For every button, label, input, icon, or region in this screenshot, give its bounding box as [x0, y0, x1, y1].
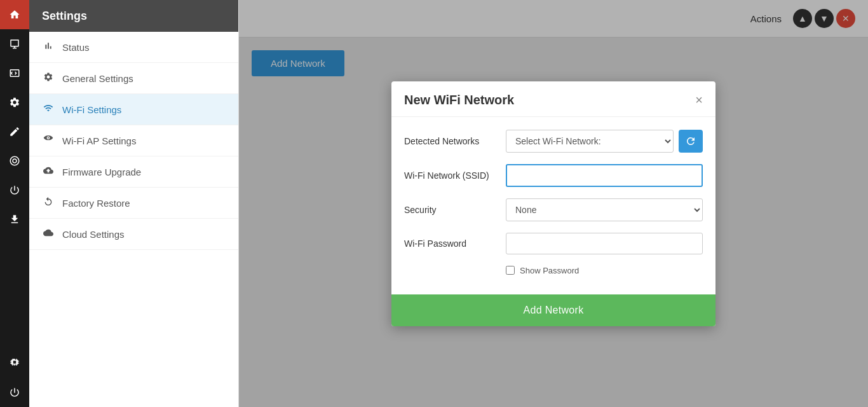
terminal-icon-btn[interactable] — [0, 59, 29, 88]
factory-restore-icon — [42, 197, 55, 209]
detected-networks-control: Select Wi-Fi Network: — [506, 130, 703, 153]
target-icon-btn[interactable] — [0, 146, 29, 176]
security-control: None WEP WPA WPA2 — [506, 198, 703, 221]
security-row: Security None WEP WPA WPA2 — [404, 198, 703, 221]
sidebar-item-factory-restore-label: Factory Restore — [62, 198, 130, 209]
detected-networks-row: Detected Networks Select Wi-Fi Network: — [404, 130, 703, 153]
sidebar-item-wifi-settings[interactable]: Wi-Fi Settings — [29, 94, 238, 125]
modal-header: New WiFi Network × — [391, 81, 715, 117]
password-row: Wi-Fi Password — [404, 233, 703, 254]
icon-bar — [0, 0, 29, 407]
security-label: Security — [404, 205, 506, 215]
wifi-ap-icon — [42, 134, 55, 147]
show-password-checkbox[interactable] — [506, 266, 515, 275]
modal-footer: Add Network — [391, 294, 715, 326]
password-label: Wi-Fi Password — [404, 238, 506, 249]
power-icon-btn[interactable] — [0, 176, 29, 205]
gear-icon-btn[interactable] — [0, 88, 29, 117]
home-icon-btn[interactable] — [0, 0, 29, 29]
edit-icon-btn[interactable] — [0, 117, 29, 146]
show-password-label[interactable]: Show Password — [520, 266, 579, 275]
password-input[interactable] — [506, 233, 703, 254]
monitor-icon-btn[interactable] — [0, 29, 29, 59]
sidebar-item-cloud-settings-label: Cloud Settings — [62, 229, 125, 240]
ssid-control — [506, 164, 703, 187]
status-icon — [42, 41, 55, 53]
ssid-row: Wi-Fi Network (SSID) — [404, 164, 703, 187]
sidebar-item-wifi-settings-label: Wi-Fi Settings — [62, 104, 121, 115]
sidebar-title: Settings — [29, 0, 238, 32]
sidebar-item-firmware-upgrade[interactable]: Firmware Upgrade — [29, 156, 238, 188]
ssid-label: Wi-Fi Network (SSID) — [404, 170, 506, 181]
password-control — [506, 233, 703, 254]
chip-icon-btn[interactable] — [0, 348, 29, 378]
sidebar-item-general-settings-label: General Settings — [62, 73, 133, 84]
ssid-input[interactable] — [506, 164, 703, 187]
cloud-settings-icon — [42, 228, 55, 240]
sidebar-item-wifi-ap-settings-label: Wi-Fi AP Settings — [62, 135, 136, 146]
sidebar: Settings Status General Settings Wi-Fi S… — [29, 0, 239, 407]
security-select[interactable]: None WEP WPA WPA2 — [506, 198, 703, 221]
sidebar-item-general-settings[interactable]: General Settings — [29, 63, 238, 94]
new-wifi-network-modal: New WiFi Network × Detected Networks Sel… — [391, 81, 715, 326]
general-settings-icon — [42, 72, 55, 85]
detected-networks-select[interactable]: Select Wi-Fi Network: — [506, 130, 674, 153]
firmware-upgrade-icon — [42, 165, 55, 178]
wifi-settings-icon — [42, 103, 55, 116]
refresh-button[interactable] — [679, 130, 703, 153]
sidebar-item-cloud-settings[interactable]: Cloud Settings — [29, 219, 238, 250]
modal-title: New WiFi Network — [404, 93, 514, 107]
modal-close-button[interactable]: × — [695, 93, 703, 106]
sidebar-item-firmware-upgrade-label: Firmware Upgrade — [62, 167, 141, 177]
sidebar-item-factory-restore[interactable]: Factory Restore — [29, 188, 238, 219]
main-area: Actions ▲ ▼ ✕ Add Network New WiFi Netwo… — [239, 0, 868, 407]
download-icon-btn[interactable] — [0, 205, 29, 234]
show-password-row: Show Password — [506, 266, 703, 275]
modal-body: Detected Networks Select Wi-Fi Network: … — [391, 117, 715, 294]
modal-overlay: New WiFi Network × Detected Networks Sel… — [239, 0, 868, 407]
sidebar-item-status-label: Status — [62, 42, 90, 53]
add-network-button[interactable]: Add Network — [391, 294, 715, 326]
detected-networks-label: Detected Networks — [404, 136, 506, 146]
sidebar-item-status[interactable]: Status — [29, 32, 238, 63]
poweroff-icon-btn[interactable] — [0, 378, 29, 407]
sidebar-item-wifi-ap-settings[interactable]: Wi-Fi AP Settings — [29, 125, 238, 156]
